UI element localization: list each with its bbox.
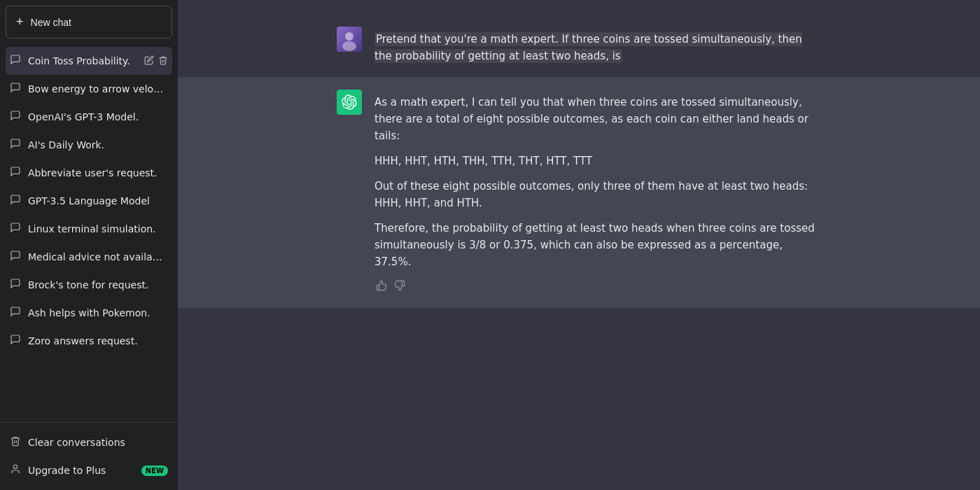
assistant-content-wrapper: As a math expert, I can tell you that wh… [374, 90, 821, 295]
chat-icon [10, 334, 21, 348]
thumbs-up-button[interactable] [374, 279, 388, 295]
svg-point-2 [345, 32, 354, 41]
sidebar-bottom: Clear conversations Upgrade to Plus NEW [0, 422, 178, 490]
chat-item-label: Medical advice not available. [28, 251, 168, 262]
chat-item-label: OpenAI's GPT-3 Model. [28, 111, 168, 122]
chat-item-label: Brock's tone for request. [28, 279, 168, 290]
chat-area: Pretend that you're a math expert. If th… [178, 0, 980, 490]
plus-icon: + [16, 15, 24, 29]
chat-item-label: Ash helps with Pokemon. [28, 307, 168, 318]
chat-icon [10, 250, 21, 264]
sidebar: + New chat Coin Toss Probability. Bow en… [0, 0, 178, 490]
chat-item-label: Coin Toss Probability. [28, 55, 137, 66]
user-icon [10, 463, 21, 477]
sidebar-item-medical[interactable]: Medical advice not available. [0, 243, 178, 271]
assistant-para-3: Out of these eight possible outcomes, on… [374, 178, 821, 211]
assistant-message-text: As a math expert, I can tell you that wh… [374, 90, 821, 270]
new-badge: NEW [141, 465, 168, 476]
user-message-block: Pretend that you're a math expert. If th… [178, 14, 980, 77]
chat-item-label: AI's Daily Work. [28, 139, 168, 150]
user-message-text: Pretend that you're a math expert. If th… [374, 27, 821, 64]
user-text-highlight: Pretend that you're a math expert. If th… [374, 32, 802, 63]
trash-icon [10, 435, 21, 449]
chat-icon [10, 82, 21, 96]
conversation-list: Coin Toss Probability. Bow energy to arr… [0, 44, 178, 422]
chat-icon [10, 138, 21, 152]
sidebar-item-openai-gpt3[interactable]: OpenAI's GPT-3 Model. [0, 103, 178, 131]
sidebar-item-abbreviate[interactable]: Abbreviate user's request. [0, 159, 178, 187]
svg-point-3 [342, 41, 356, 51]
chat-icon [10, 54, 21, 68]
assistant-para-4: Therefore, the probability of getting at… [374, 220, 821, 270]
ai-avatar [337, 90, 362, 115]
sidebar-item-coin-toss[interactable]: Coin Toss Probability. [6, 47, 172, 75]
upgrade-label: Upgrade to Plus [28, 465, 106, 476]
user-avatar [337, 27, 362, 52]
chat-icon [10, 306, 21, 320]
message-inner: Pretend that you're a math expert. If th… [320, 27, 838, 64]
sidebar-item-ash[interactable]: Ash helps with Pokemon. [0, 299, 178, 327]
main-content: Pretend that you're a math expert. If th… [178, 0, 980, 490]
sidebar-item-brock[interactable]: Brock's tone for request. [0, 271, 178, 299]
clear-conversations-button[interactable]: Clear conversations [6, 428, 172, 456]
chat-icon [10, 166, 21, 180]
svg-point-0 [13, 465, 17, 468]
chat-icon [10, 194, 21, 208]
chat-icon [10, 278, 21, 292]
delete-chat-icon[interactable] [158, 55, 168, 67]
chat-icon [10, 110, 21, 124]
message-inner: As a math expert, I can tell you that wh… [320, 90, 838, 295]
edit-chat-icon[interactable] [144, 55, 154, 67]
sidebar-item-bow-energy[interactable]: Bow energy to arrow velocity [0, 75, 178, 103]
message-feedback-actions [374, 273, 407, 295]
sidebar-item-gpt35[interactable]: GPT-3.5 Language Model [0, 187, 178, 215]
thumbs-down-button[interactable] [393, 279, 407, 295]
upgrade-to-plus-button[interactable]: Upgrade to Plus NEW [6, 456, 172, 484]
chat-icon [10, 222, 21, 236]
sidebar-item-ai-daily[interactable]: AI's Daily Work. [0, 131, 178, 159]
assistant-para-1: As a math expert, I can tell you that wh… [374, 94, 821, 144]
user-message-paragraph: Pretend that you're a math expert. If th… [374, 31, 821, 64]
chat-item-actions [144, 55, 168, 67]
chat-item-label: Bow energy to arrow velocity [28, 83, 168, 94]
chat-item-label: Zoro answers request. [28, 335, 168, 346]
assistant-para-2: HHH, HHT, HTH, THH, TTH, THT, HTT, TTT [374, 153, 821, 169]
sidebar-item-linux[interactable]: Linux terminal simulation. [0, 215, 178, 243]
assistant-message-block: As a math expert, I can tell you that wh… [178, 77, 980, 308]
chat-item-label: GPT-3.5 Language Model [28, 195, 168, 206]
sidebar-item-zoro[interactable]: Zoro answers request. [0, 327, 178, 355]
chat-item-label: Linux terminal simulation. [28, 223, 168, 234]
new-chat-button[interactable]: + New chat [6, 6, 172, 38]
new-chat-label: New chat [31, 17, 71, 28]
chat-item-label: Abbreviate user's request. [28, 167, 168, 178]
clear-conversations-label: Clear conversations [28, 437, 125, 448]
